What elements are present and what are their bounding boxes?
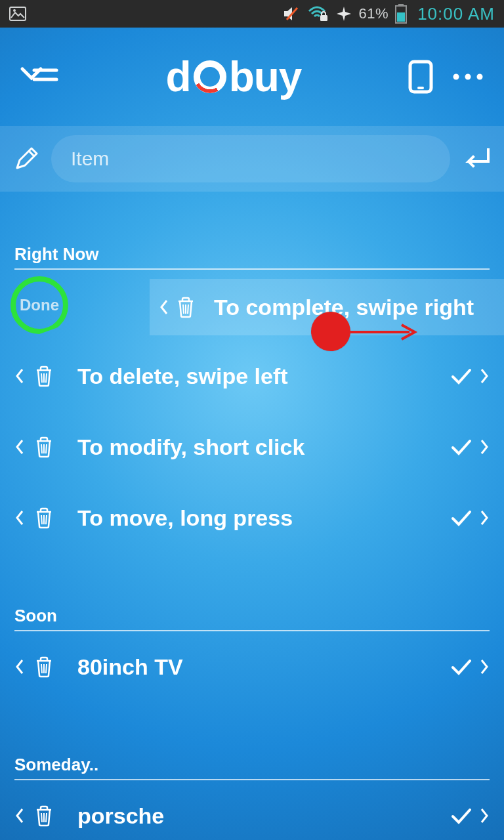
trash-icon bbox=[34, 365, 54, 387]
list-item[interactable]: To move, long press bbox=[14, 482, 490, 553]
input-bar bbox=[0, 126, 504, 192]
svg-line-22 bbox=[41, 444, 42, 453]
svg-line-19 bbox=[41, 373, 42, 383]
svg-line-15 bbox=[183, 304, 184, 314]
list-item-label: To modify, short click bbox=[63, 434, 441, 460]
status-bar: 61% 10:00 AM bbox=[0, 0, 504, 28]
svg-rect-10 bbox=[417, 87, 424, 89]
chevron-left-icon bbox=[14, 509, 25, 527]
list-item[interactable]: To modify, short click bbox=[14, 411, 490, 482]
done-badge: Done bbox=[10, 276, 68, 334]
svg-line-30 bbox=[46, 664, 47, 673]
chevron-left-icon bbox=[14, 658, 25, 676]
svg-line-24 bbox=[46, 444, 47, 453]
svg-point-13 bbox=[477, 74, 483, 80]
chevron-left-icon bbox=[14, 807, 25, 825]
chevron-left-icon bbox=[14, 367, 25, 385]
volume-muted-icon bbox=[283, 6, 301, 22]
trash-icon bbox=[34, 436, 54, 458]
svg-rect-6 bbox=[397, 12, 405, 22]
battery-icon bbox=[395, 4, 407, 24]
chevron-left-icon bbox=[159, 298, 169, 316]
list-item-label: To delete, swipe left bbox=[63, 364, 441, 389]
svg-line-21 bbox=[46, 373, 47, 383]
section-title: Right Now bbox=[14, 244, 490, 270]
check-icon bbox=[450, 807, 472, 825]
list-item[interactable]: To delete, swipe left bbox=[14, 341, 490, 411]
wifi-lock-icon bbox=[308, 6, 329, 22]
status-clock: 10:00 AM bbox=[417, 4, 495, 24]
list-item-label: 80inch TV bbox=[63, 654, 441, 680]
list-item[interactable]: 80inch TV bbox=[14, 631, 490, 702]
chevron-right-icon bbox=[479, 509, 490, 527]
trash-icon bbox=[34, 507, 54, 529]
item-input-container bbox=[51, 135, 450, 182]
svg-line-33 bbox=[46, 813, 47, 822]
list-item-label: porsche bbox=[63, 803, 441, 829]
picture-icon bbox=[9, 7, 26, 21]
chevron-right-icon bbox=[479, 438, 490, 456]
app-title-right: buy bbox=[229, 52, 302, 101]
item-input[interactable] bbox=[71, 148, 430, 170]
check-icon bbox=[450, 367, 472, 385]
app-header: d buy bbox=[0, 28, 504, 126]
chevron-right-icon bbox=[479, 367, 490, 385]
list-item-swiping[interactable]: Done To complete, swipe right bbox=[14, 270, 490, 341]
list-item[interactable]: porsche bbox=[14, 780, 490, 840]
chevron-left-icon bbox=[14, 438, 25, 456]
airplane-mode-icon bbox=[335, 5, 352, 22]
trash-icon bbox=[34, 656, 54, 678]
svg-point-1 bbox=[13, 9, 16, 12]
list-item-label: To move, long press bbox=[63, 505, 441, 531]
trash-icon bbox=[34, 805, 54, 827]
svg-point-12 bbox=[465, 74, 471, 80]
section-someday: Someday.. porsche bbox=[14, 755, 490, 840]
chevron-right-icon bbox=[479, 807, 490, 825]
gesture-dot-icon bbox=[311, 312, 350, 351]
check-icon bbox=[450, 438, 472, 456]
app-title: d buy bbox=[166, 52, 302, 101]
more-button[interactable] bbox=[452, 72, 484, 81]
pencil-icon[interactable] bbox=[13, 146, 39, 172]
svg-line-25 bbox=[41, 515, 42, 524]
app-title-left: d bbox=[166, 52, 191, 101]
section-title: Someday.. bbox=[14, 755, 490, 780]
list-content: Right Now Done To complete, swipe right bbox=[0, 192, 504, 840]
chevron-right-icon bbox=[479, 658, 490, 676]
menu-button[interactable] bbox=[20, 64, 59, 90]
section-right-now: Right Now Done To complete, swipe right bbox=[14, 244, 490, 553]
logo-ring-icon bbox=[194, 60, 226, 93]
done-label: Done bbox=[20, 296, 59, 314]
section-title: Soon bbox=[14, 606, 490, 631]
svg-line-31 bbox=[41, 813, 42, 822]
device-button[interactable] bbox=[408, 60, 433, 94]
svg-rect-3 bbox=[320, 15, 327, 21]
svg-line-17 bbox=[188, 304, 188, 314]
svg-line-14 bbox=[29, 151, 34, 156]
gesture-arrow-icon bbox=[350, 322, 423, 342]
battery-percent: 61% bbox=[359, 5, 389, 22]
check-icon bbox=[450, 658, 472, 676]
svg-point-11 bbox=[453, 74, 459, 80]
check-icon bbox=[450, 509, 472, 527]
svg-line-28 bbox=[41, 664, 42, 673]
trash-icon bbox=[176, 296, 196, 318]
enter-icon[interactable] bbox=[462, 146, 491, 172]
svg-line-27 bbox=[46, 515, 47, 524]
section-soon: Soon 80inch TV bbox=[14, 606, 490, 702]
svg-rect-0 bbox=[10, 7, 26, 20]
